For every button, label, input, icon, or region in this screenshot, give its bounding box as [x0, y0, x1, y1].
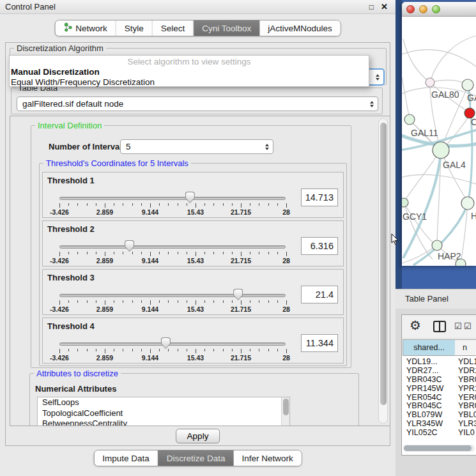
table-row[interactable]: YPR145WYPR1: [402, 384, 476, 393]
network-node[interactable]: [461, 197, 474, 210]
node-label: GAL80: [431, 89, 459, 100]
threshold-panel: Threshold 2 -3.4262.8599.14415.4321.7152…: [42, 220, 344, 266]
table-row[interactable]: YBL079WYBL0: [402, 410, 476, 419]
table-horizontal-scrollbar[interactable]: [403, 445, 475, 452]
tab-style[interactable]: Style: [116, 20, 152, 36]
threshold-value-field[interactable]: 6.316: [301, 237, 338, 255]
cell-shared-name: YIL052C: [406, 428, 438, 436]
table-row[interactable]: YER054CYER0: [402, 393, 476, 402]
tab-label: jActiveMNodules: [268, 24, 332, 33]
cell-shared-name: YDL19...: [406, 357, 438, 366]
slider-track[interactable]: [59, 342, 286, 346]
table-panel-titlebar: Table Panel: [395, 289, 476, 309]
settings-vertical-scrollbar[interactable]: [378, 118, 388, 424]
attribute-item[interactable]: TopologicalCoefficient: [38, 408, 289, 419]
network-node[interactable]: [432, 240, 442, 250]
tab-network[interactable]: Network: [55, 20, 116, 36]
attributes-list-scrollbar[interactable]: [281, 397, 289, 426]
gear-icon[interactable]: ⚙: [410, 318, 421, 333]
algorithm-dropdown-popup: Select algorithm to view settings Manual…: [9, 55, 369, 87]
number-of-intervals-label: Number of Intervals: [49, 142, 127, 151]
tab-cyni-toolbox[interactable]: Cyni Toolbox: [193, 20, 259, 36]
numerical-attributes-label: Numerical Attributes: [35, 384, 116, 394]
checkbox-icon[interactable]: ☑: [454, 321, 462, 331]
algorithm-option[interactable]: Equal Width/Frequency Discretization: [10, 77, 369, 88]
slider-tick-labels: -3.4262.8599.14415.4321.71528: [59, 354, 286, 362]
split-table-icon[interactable]: [433, 321, 446, 332]
threshold-label: Threshold 1: [47, 176, 95, 185]
slider-tick-labels: -3.4262.8599.14415.4321.71528: [59, 305, 286, 313]
threshold-label: Threshold 4: [47, 321, 95, 331]
table-row[interactable]: YBR043CYBR0: [402, 375, 476, 384]
threshold-value-field[interactable]: 14.713: [301, 188, 338, 206]
float-window-icon[interactable]: □: [369, 3, 374, 12]
network-node[interactable]: [433, 142, 449, 158]
attribute-item[interactable]: SelfLoops: [38, 397, 289, 408]
network-node[interactable]: [402, 198, 408, 207]
slider-thumb[interactable]: [185, 192, 195, 203]
traffic-light-close-icon[interactable]: [406, 5, 415, 13]
threshold-panel: Threshold 1 -3.4262.8599.14415.4321.7152…: [42, 172, 344, 218]
slider-track[interactable]: [59, 294, 286, 297]
threshold-label: Threshold 3: [47, 273, 95, 282]
table-toolbar: ⚙ ☑ ☑: [402, 315, 476, 339]
tab-impute-data[interactable]: Impute Data: [94, 450, 158, 466]
slider-thumb-face: [125, 241, 134, 251]
top-tab-bar: NetworkStyleSelectCyni ToolboxjActiveMNo…: [54, 20, 341, 36]
slider-track[interactable]: [59, 197, 286, 200]
close-icon[interactable]: ✕: [381, 2, 388, 12]
algorithm-option[interactable]: Manual Discretization: [10, 67, 369, 77]
network-canvas[interactable]: GAL80GACGAL11GAL4GCY1HHAP2: [402, 17, 476, 266]
checkbox-icon[interactable]: ☑: [464, 321, 472, 331]
node-label: GA: [467, 93, 476, 103]
cell-shared-name: YER054C: [406, 393, 442, 402]
tab-label: Infer Network: [242, 454, 293, 463]
threshold-panel: Threshold 4 -3.4262.8599.14415.4321.7152…: [42, 318, 344, 364]
threshold-value-field[interactable]: 21.4: [301, 286, 338, 303]
tab-infer-network[interactable]: Infer Network: [233, 450, 301, 466]
number-of-intervals-combobox[interactable]: 5: [120, 139, 273, 154]
cell-shared-name: YBR045C: [406, 401, 442, 410]
cell-name: YBR0: [458, 375, 476, 384]
slider-thumb-face: [186, 192, 194, 203]
attribute-item[interactable]: BetweennessCentrality: [38, 418, 289, 426]
apply-button[interactable]: Apply: [176, 429, 220, 443]
table-data-value: galFiltered.sif default node: [22, 99, 123, 109]
column-header-shared-name[interactable]: shared...: [403, 339, 456, 356]
table-data-combobox[interactable]: galFiltered.sif default node: [17, 96, 378, 111]
traffic-light-minimize-icon[interactable]: [419, 5, 427, 13]
slider-thumb[interactable]: [161, 337, 171, 349]
network-window-titlebar[interactable]: [402, 2, 476, 17]
slider-thumb[interactable]: [125, 240, 134, 252]
column-header-name[interactable]: n: [455, 339, 476, 356]
desktop-background: GAL80GACGAL11GAL4GCY1HHAP2 Table Panel ⚙…: [395, 0, 476, 476]
mouse-cursor: [391, 234, 399, 245]
attributes-group: Attributes to discretize Numerical Attri…: [29, 373, 359, 426]
table-row[interactable]: YDL19...YDL1: [402, 357, 476, 366]
network-node[interactable]: [462, 79, 473, 91]
table-row[interactable]: YLR345WYLR3: [402, 419, 476, 428]
tab-select[interactable]: Select: [152, 20, 194, 36]
tab-discretize-data[interactable]: Discretize Data: [158, 450, 234, 466]
node-label: GCY1: [403, 211, 427, 222]
slider-thumb[interactable]: [233, 289, 243, 300]
slider-track[interactable]: [59, 245, 286, 249]
threshold-label: Threshold 2: [47, 224, 95, 234]
network-node[interactable]: [404, 114, 415, 125]
cell-name: YLR3: [458, 419, 476, 428]
tab-jactivemnodules[interactable]: jActiveMNodules: [259, 20, 341, 36]
slider-ticks: [59, 252, 286, 257]
slider-thumb-face: [234, 289, 242, 300]
algorithm-options: Manual DiscretizationEqual Width/Frequen…: [10, 67, 369, 87]
table-row[interactable]: YIL052CYIL0: [402, 428, 476, 436]
cell-name: YER0: [458, 393, 476, 402]
combo-arrows-icon: [376, 74, 380, 81]
group-title: Attributes to discretize: [34, 369, 121, 378]
node-table-panel: ⚙ ☑ ☑ shared... n YDL19...YDL1YDR27...YD…: [401, 314, 476, 456]
traffic-light-zoom-icon[interactable]: [432, 5, 440, 13]
table-row[interactable]: YBR045CYBR0: [402, 401, 476, 410]
threshold-value-field[interactable]: 11.344: [301, 334, 338, 352]
network-node[interactable]: [426, 78, 434, 87]
table-row[interactable]: YDR27...YDR2: [402, 366, 476, 375]
thresholds-group: Threshold's Coordinates for 5 Intervals …: [39, 163, 347, 366]
